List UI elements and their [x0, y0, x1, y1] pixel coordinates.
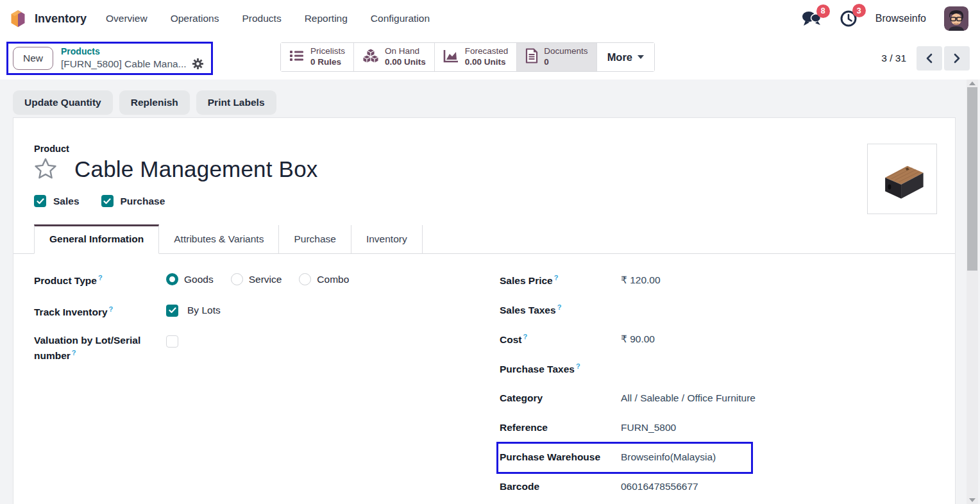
radio-goods-label: Goods [184, 274, 214, 285]
sales-price-value[interactable]: ₹ 120.00 [621, 273, 661, 287]
cubes-icon [362, 48, 379, 66]
nav-item-overview[interactable]: Overview [106, 13, 148, 24]
barcode-field: Barcode 06016478556677 [500, 480, 955, 496]
documents-label: Documents [544, 46, 587, 57]
tab-general-information[interactable]: General Information [34, 224, 159, 254]
favorite-star-icon[interactable] [33, 157, 58, 181]
purchase-taxes-field: Purchase Taxes? [500, 362, 955, 378]
pricelists-icon [289, 49, 305, 65]
pager-count: 3 / 31 [881, 53, 906, 64]
radio-combo[interactable]: Combo [299, 273, 349, 285]
category-field: Category All / Saleable / Office Furnitu… [500, 391, 955, 407]
tab-inventory[interactable]: Inventory [351, 225, 423, 253]
pricelists-stat-button[interactable]: Pricelists 0 Rules [281, 43, 354, 71]
radio-combo-label: Combo [317, 274, 349, 285]
sales-taxes-label: Sales Taxes? [500, 303, 621, 318]
vertical-scrollbar[interactable] [967, 80, 978, 504]
radio-service[interactable]: Service [231, 273, 282, 285]
sales-toggle-label: Sales [53, 196, 80, 207]
product-image[interactable] [867, 144, 937, 214]
chevron-left-icon [925, 53, 933, 63]
pricelists-value: 0 Rules [310, 57, 345, 68]
radio-service-control[interactable] [231, 273, 243, 285]
product-section-label: Product [34, 144, 955, 154]
chevron-right-icon [953, 53, 961, 63]
breadcrumb-products-link[interactable]: Products [61, 46, 203, 58]
scrollbar-down-arrow[interactable] [969, 498, 976, 502]
messages-badge: 8 [816, 4, 830, 18]
settings-gear-icon[interactable] [192, 58, 203, 69]
on-hand-value: 0.00 Units [385, 57, 426, 68]
print-labels-button[interactable]: Print Labels [196, 90, 276, 115]
area-chart-icon [443, 49, 459, 65]
pager: 3 / 31 [881, 37, 970, 80]
more-dropdown-button[interactable]: More [597, 43, 654, 71]
update-quantity-button[interactable]: Update Quantity [13, 90, 113, 115]
track-inventory-value[interactable]: By Lots [187, 305, 221, 316]
cost-value[interactable]: ₹ 90.00 [621, 332, 655, 346]
new-button[interactable]: New [13, 47, 53, 70]
purchase-checkbox[interactable] [101, 195, 114, 207]
scrollbar-thumb[interactable] [967, 87, 977, 271]
content-area: Update Quantity Replenish Print Labels P… [0, 80, 980, 504]
purchase-toggle[interactable]: Purchase [101, 195, 165, 207]
sales-checkbox[interactable] [34, 195, 46, 207]
help-icon[interactable]: ? [557, 303, 562, 311]
forecasted-stat-button[interactable]: Forecasted 0.00 Units [435, 43, 518, 71]
help-icon[interactable]: ? [523, 333, 527, 340]
purchase-warehouse-label: Purchase Warehouse [500, 450, 621, 464]
nav-item-operations[interactable]: Operations [171, 13, 219, 24]
nav-item-configuration[interactable]: Configuration [371, 13, 430, 24]
tab-attributes-variants[interactable]: Attributes & Variants [159, 225, 279, 253]
purchase-toggle-label: Purchase [121, 196, 165, 207]
replenish-button[interactable]: Replenish [119, 90, 190, 115]
valuation-checkbox[interactable] [166, 335, 178, 348]
sales-taxes-field: Sales Taxes? [500, 303, 955, 319]
chevron-down-icon [638, 55, 644, 59]
purchase-warehouse-value[interactable]: Browseinfo(Malaysia) [621, 450, 716, 464]
help-icon[interactable]: ? [109, 305, 114, 313]
radio-goods[interactable]: Goods [166, 273, 214, 285]
activities-clock-icon[interactable]: 3 [840, 10, 858, 28]
track-inventory-checkbox[interactable] [166, 305, 178, 317]
track-inventory-field: Track Inventory? By Lots [34, 305, 484, 320]
barcode-value[interactable]: 06016478556677 [621, 480, 698, 494]
scrollbar-up-arrow[interactable] [969, 81, 976, 85]
help-icon[interactable]: ? [576, 362, 580, 370]
user-name[interactable]: Browseinfo [875, 13, 926, 24]
barcode-label: Barcode [500, 480, 621, 494]
breadcrumb-current: [FURN_5800] Cable Mana... [61, 58, 187, 70]
radio-goods-control[interactable] [166, 273, 178, 285]
nav-item-products[interactable]: Products [242, 13, 281, 24]
app-name[interactable]: Inventory [35, 12, 87, 26]
valuation-label: Valuation by Lot/Serial number? [34, 333, 166, 363]
inventory-app-icon[interactable] [9, 9, 27, 28]
nav-item-reporting[interactable]: Reporting [305, 13, 348, 24]
messages-icon[interactable]: 8 [801, 10, 822, 28]
reference-value[interactable]: FURN_5800 [621, 421, 676, 435]
product-type-field: Product Type? Goods Service Combo [34, 273, 484, 289]
product-type-radio-group: Goods Service Combo [166, 273, 349, 285]
radio-service-label: Service [249, 274, 282, 285]
radio-combo-control[interactable] [299, 273, 311, 285]
help-icon[interactable]: ? [72, 349, 76, 357]
help-icon[interactable]: ? [98, 274, 103, 281]
pager-previous-button[interactable] [917, 46, 942, 71]
valuation-field: Valuation by Lot/Serial number? [34, 333, 484, 363]
tab-purchase[interactable]: Purchase [279, 225, 351, 253]
pricelists-label: Pricelists [310, 46, 345, 57]
category-value[interactable]: All / Saleable / Office Furniture [621, 391, 756, 405]
control-panel: New Products [FURN_5800] Cable Mana... [0, 37, 980, 80]
help-icon[interactable]: ? [554, 274, 559, 281]
sales-price-field: Sales Price? ₹ 120.00 [500, 273, 955, 289]
sales-price-label: Sales Price? [500, 273, 621, 289]
on-hand-stat-button[interactable]: On Hand 0.00 Units [354, 43, 435, 71]
general-information-panel: Product Type? Goods Service Combo [13, 254, 955, 496]
pager-next-button[interactable] [944, 46, 970, 71]
breadcrumb: Products [FURN_5800] Cable Mana... [61, 46, 203, 70]
sales-toggle[interactable]: Sales [34, 195, 80, 207]
user-avatar[interactable] [944, 6, 968, 31]
documents-stat-button[interactable]: Documents 0 [517, 43, 596, 71]
product-title[interactable]: Cable Management Box [74, 156, 318, 182]
category-label: Category [500, 391, 621, 405]
